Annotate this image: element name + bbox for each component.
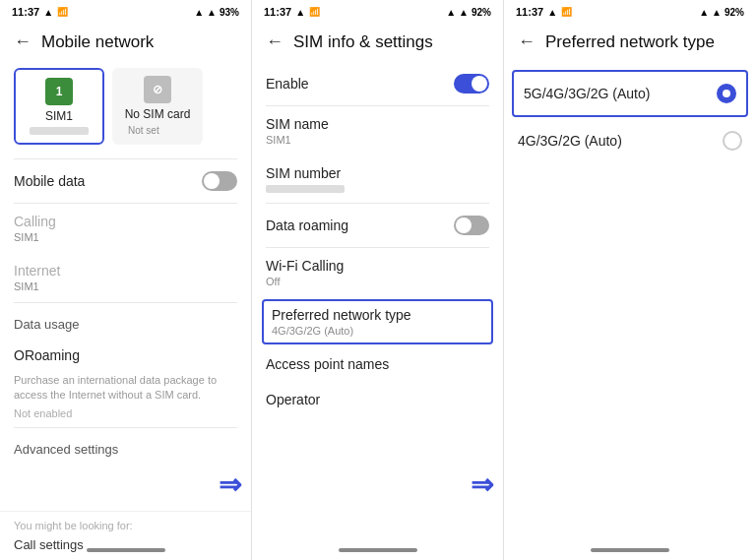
enable-label: Enable (266, 76, 309, 92)
sim-number-label: SIM number (266, 165, 489, 181)
wifi-calling-value: Off (266, 276, 489, 287)
mobile-data-toggle[interactable] (202, 171, 237, 191)
signal-icon-1: 📶 (57, 7, 68, 17)
access-point-label: Access point names (266, 356, 489, 372)
status-bar-1: 11:37 ▲ 📶 ▲ ▲ 93% (0, 0, 251, 22)
bottom-bar-3 (591, 548, 669, 552)
calling-label: Calling (14, 214, 237, 229)
oroaming-desc: Purchase an international data package t… (0, 373, 251, 407)
page-title-1: Mobile network (41, 32, 154, 52)
preferred-network-value: 4G/3G/2G (Auto) (272, 325, 483, 337)
data-roaming-row[interactable]: Data roaming (252, 204, 503, 247)
back-button-3[interactable]: ← (518, 31, 536, 52)
sim2-card[interactable]: ⊘ No SIM card Not set (112, 68, 203, 145)
sim1-sublabel (30, 127, 89, 135)
nav-arrow-2-container: ⇒ (471, 468, 493, 501)
radio-label-4g: 4G/3G/2G (Auto) (518, 133, 622, 149)
advanced-settings-header: Advanced settings (0, 428, 251, 463)
bottom-bar-2 (339, 548, 417, 552)
location-icon-3: ▲ (547, 7, 557, 18)
nav-arrow-1-container: ⇒ (219, 468, 241, 501)
enable-toggle[interactable] (454, 74, 489, 93)
page-title-2: SIM info & settings (293, 32, 433, 52)
wifi-calling-label: Wi-Fi Calling (266, 258, 489, 274)
radio-option-4g[interactable]: 4G/3G/2G (Auto) (504, 117, 756, 164)
signal-icon-2b: ▲ (459, 7, 469, 18)
location-icon-2: ▲ (295, 7, 305, 18)
sim-number-item: SIM number (252, 156, 503, 203)
sim2-sublabel: Not set (128, 125, 187, 133)
mobile-data-label: Mobile data (14, 173, 85, 189)
status-bar-2: 11:37 ▲ 📶 ▲ ▲ 92% (252, 0, 503, 22)
sim-number-redacted (266, 185, 345, 193)
bottom-bar-1 (87, 548, 165, 552)
signal-icon-3b: ▲ (712, 7, 722, 18)
location-icon: ▲ (43, 7, 53, 18)
battery-2: 92% (472, 7, 491, 18)
nav-arrow-2: ⇒ (471, 469, 493, 500)
radio-circle-5g (717, 84, 736, 103)
radio-option-5g[interactable]: 5G/4G/3G/2G (Auto) (512, 70, 748, 117)
sim2-icon: ⊘ (144, 76, 171, 103)
preferred-network-label: Preferred network type (272, 307, 483, 323)
footer-section: You might be looking for: Call settings (0, 511, 251, 560)
sim-cards-row: 1 SIM1 ⊘ No SIM card Not set (0, 62, 251, 158)
enable-row[interactable]: Enable (252, 62, 503, 105)
back-button-1[interactable]: ← (14, 31, 32, 52)
wifi-icon-3: ▲ (699, 7, 709, 18)
header-2: ← SIM info & settings (252, 22, 503, 62)
header-1: ← Mobile network (0, 22, 251, 62)
time-2: 11:37 (264, 6, 291, 18)
battery-3: 92% (724, 7, 744, 18)
operator-item[interactable]: Operator (252, 382, 503, 417)
sim-name-label: SIM name (266, 116, 489, 132)
sim1-icon: 1 (45, 78, 73, 105)
access-point-item[interactable]: Access point names (252, 346, 503, 382)
oroaming-label: ORoaming (14, 347, 237, 363)
oroaming-status: Not enabled (0, 407, 251, 427)
calling-item[interactable]: Calling SIM1 (0, 204, 251, 253)
panel-preferred-network: 11:37 ▲ 📶 ▲ ▲ 92% ← Preferred network ty… (504, 0, 756, 560)
wifi-icon-1: ▲ (194, 7, 204, 18)
sim1-label: SIM1 (45, 109, 73, 123)
time-1: 11:37 (12, 6, 39, 18)
nav-arrow-1: ⇒ (219, 469, 241, 500)
page-title-3: Preferred network type (545, 32, 715, 52)
mobile-data-row[interactable]: Mobile data (0, 159, 251, 203)
preferred-network-item[interactable]: Preferred network type 4G/3G/2G (Auto) (262, 299, 493, 344)
data-roaming-label: Data roaming (266, 218, 348, 233)
signal-icon-3: 📶 (561, 7, 572, 17)
battery-1: 93% (220, 7, 239, 18)
sim1-card[interactable]: 1 SIM1 (14, 68, 104, 145)
internet-sub: SIM1 (14, 280, 237, 292)
footer-hint: You might be looking for: (14, 520, 237, 531)
calling-sub: SIM1 (14, 231, 237, 243)
signal-icon-1b: ▲ (207, 7, 217, 18)
data-roaming-toggle[interactable] (454, 216, 489, 235)
sim2-label: No SIM card (125, 107, 191, 121)
back-button-2[interactable]: ← (266, 31, 284, 52)
radio-circle-4g (723, 131, 742, 151)
signal-icon-2: 📶 (309, 7, 320, 17)
status-bar-3: 11:37 ▲ 📶 ▲ ▲ 92% (504, 0, 756, 22)
wifi-icon-2: ▲ (446, 7, 456, 18)
time-3: 11:37 (516, 6, 543, 18)
internet-label: Internet (14, 263, 237, 279)
data-usage-header: Data usage (0, 303, 251, 338)
panel-sim-info: 11:37 ▲ 📶 ▲ ▲ 92% ← SIM info & settings … (252, 0, 504, 560)
operator-label: Operator (266, 392, 489, 407)
sim-name-value: SIM1 (266, 134, 489, 146)
oroaming-item[interactable]: ORoaming (0, 338, 251, 373)
radio-label-5g: 5G/4G/3G/2G (Auto) (524, 86, 650, 101)
internet-item[interactable]: Internet SIM1 (0, 253, 251, 302)
panel-mobile-network: 11:37 ▲ 📶 ▲ ▲ 93% ← Mobile network 1 SIM… (0, 0, 252, 560)
sim-name-item: SIM name SIM1 (252, 106, 503, 156)
wifi-calling-item[interactable]: Wi-Fi Calling Off (252, 248, 503, 297)
header-3: ← Preferred network type (504, 22, 756, 62)
